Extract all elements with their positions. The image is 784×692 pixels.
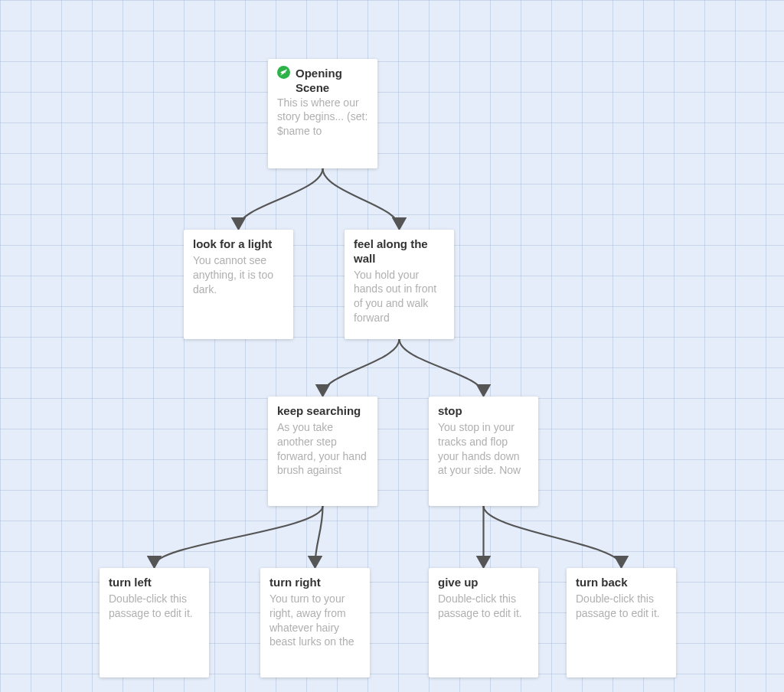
passage-title-text: Opening Scene — [296, 67, 368, 96]
passage-title: look for a light — [193, 237, 284, 252]
passage-node-turn-left[interactable]: turn left Double-click this passage to e… — [100, 568, 209, 677]
passage-body: You cannot see anything, it is too dark. — [193, 253, 284, 297]
passage-node-opening-scene[interactable]: Opening Scene This is where our story be… — [268, 59, 377, 168]
passage-title: give up — [438, 576, 529, 590]
start-icon — [277, 66, 290, 82]
passage-title: turn right — [270, 576, 361, 590]
passage-node-feel-along-the-wall[interactable]: feel along the wall You hold your hands … — [345, 230, 454, 339]
passage-title: stop — [438, 404, 529, 419]
passage-body: Double-click this passage to edit it. — [438, 592, 529, 621]
passage-node-turn-right[interactable]: turn right You turn to your right, away … — [260, 568, 370, 677]
passage-node-turn-back[interactable]: turn back Double-click this passage to e… — [567, 568, 676, 677]
passage-title: feel along the wall — [354, 237, 445, 266]
passage-body: You stop in your tracks and flop your ha… — [438, 420, 529, 478]
passage-node-look-for-a-light[interactable]: look for a light You cannot see anything… — [184, 230, 293, 339]
passage-body: As you take another step forward, your h… — [277, 420, 368, 478]
passage-node-keep-searching[interactable]: keep searching As you take another step … — [268, 397, 377, 506]
passage-body: You hold your hands out in front of you … — [354, 268, 445, 326]
passage-title: Opening Scene — [277, 67, 368, 96]
passage-title: keep searching — [277, 404, 368, 419]
story-canvas[interactable]: Opening Scene This is where our story be… — [0, 0, 784, 692]
passage-body: Double-click this passage to edit it. — [576, 592, 667, 621]
passage-node-stop[interactable]: stop You stop in your tracks and flop yo… — [429, 397, 538, 506]
passage-node-give-up[interactable]: give up Double-click this passage to edi… — [429, 568, 538, 677]
passage-title: turn left — [109, 576, 200, 590]
passage-body: Double-click this passage to edit it. — [109, 592, 200, 621]
passage-title: turn back — [576, 576, 667, 590]
passage-body: You turn to your right, away from whatev… — [270, 592, 361, 650]
passage-body: This is where our story begins... (set: … — [277, 96, 368, 139]
